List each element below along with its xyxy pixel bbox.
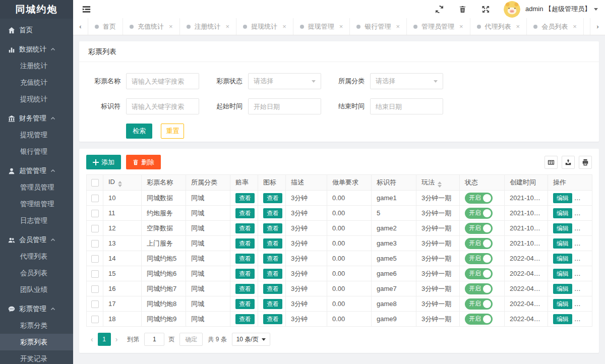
status-toggle[interactable]: 开启 [465, 238, 493, 249]
标识符-input[interactable] [126, 98, 199, 114]
row-delete-button[interactable]: 删除 [577, 208, 592, 218]
status-toggle[interactable]: 开启 [465, 253, 493, 264]
起始时间-input[interactable] [248, 98, 321, 114]
edit-button[interactable]: 编辑 [553, 269, 572, 279]
view-odds-button[interactable]: 查看 [235, 223, 255, 233]
结束时间-input[interactable] [370, 98, 443, 114]
tab-close-icon[interactable]: × [396, 23, 400, 30]
view-icon-button[interactable]: 查看 [263, 314, 282, 324]
row-delete-button[interactable]: 删除 [577, 269, 592, 279]
user-menu[interactable]: admin 【超级管理员】 [525, 5, 598, 14]
tab-提现管理[interactable]: 提现管理× [293, 18, 350, 35]
edit-button[interactable]: 编辑 [553, 299, 572, 309]
view-icon-button[interactable]: 查看 [263, 238, 282, 249]
sidebar-group-2[interactable]: 财务管理 [0, 110, 73, 127]
sidebar-group-3[interactable]: 超管管理 [0, 162, 73, 179]
sidebar-group-4[interactable]: 会员管理 [0, 231, 73, 248]
sidebar-item-代理列表[interactable]: 代理列表 [0, 248, 73, 265]
view-icon-button[interactable]: 查看 [263, 299, 282, 309]
row-checkbox[interactable] [91, 210, 99, 217]
sort-icon[interactable] [438, 181, 442, 188]
refresh-icon[interactable] [432, 2, 447, 17]
reset-button[interactable]: 重置 [161, 124, 184, 139]
page-size-select[interactable]: 10 条/页 [232, 333, 270, 346]
row-delete-button[interactable]: 删除 [577, 223, 592, 233]
status-toggle[interactable]: 开启 [465, 223, 493, 234]
add-button[interactable]: 添加 [86, 155, 121, 169]
goto-page-input[interactable] [144, 333, 164, 346]
view-odds-button[interactable]: 查看 [235, 314, 255, 324]
view-icon-button[interactable]: 查看 [263, 193, 282, 203]
row-checkbox[interactable] [91, 300, 99, 308]
user-avatar[interactable] [504, 1, 520, 18]
edit-button[interactable]: 编辑 [553, 254, 572, 264]
sidebar-item-会员列表[interactable]: 会员列表 [0, 265, 73, 281]
sidebar-group-1[interactable]: 数据统计 [0, 41, 73, 57]
sidebar-item-彩票分类[interactable]: 彩票分类 [0, 317, 73, 334]
view-odds-button[interactable]: 查看 [235, 269, 255, 279]
tab-close-icon[interactable]: × [339, 23, 343, 30]
sidebar-item-提现统计[interactable]: 提现统计 [0, 91, 73, 107]
tab-close-icon[interactable]: × [459, 23, 463, 30]
delete-button[interactable]: 删除 [126, 155, 161, 169]
row-checkbox[interactable] [91, 285, 99, 293]
fullscreen-icon[interactable] [478, 2, 494, 17]
edit-button[interactable]: 编辑 [553, 238, 572, 249]
tabs-scroll-right-icon[interactable]: › [590, 18, 605, 35]
status-toggle[interactable]: 开启 [465, 193, 493, 204]
sidebar-item-管理组管理[interactable]: 管理组管理 [0, 196, 73, 212]
sidebar-item-团队业绩[interactable]: 团队业绩 [0, 281, 73, 298]
row-delete-button[interactable]: 删除 [577, 299, 592, 309]
view-odds-button[interactable]: 查看 [235, 284, 255, 294]
tab-提现统计[interactable]: 提现统计× [236, 18, 293, 35]
tab-注册统计[interactable]: 注册统计× [180, 18, 237, 35]
print-icon[interactable] [579, 156, 592, 169]
sidebar-item-管理员管理[interactable]: 管理员管理 [0, 179, 73, 196]
row-checkbox[interactable] [91, 316, 99, 323]
row-delete-button[interactable]: 删除 [577, 254, 592, 264]
view-odds-button[interactable]: 查看 [235, 254, 255, 264]
select-all-checkbox[interactable] [91, 179, 99, 187]
sidebar-item-注册统计[interactable]: 注册统计 [0, 57, 73, 74]
tab-close-icon[interactable]: × [226, 23, 230, 30]
view-icon-button[interactable]: 查看 [263, 269, 282, 279]
sidebar-item-提现管理[interactable]: 提现管理 [0, 127, 73, 143]
menu-fold-icon[interactable] [80, 3, 92, 15]
trash-icon[interactable] [455, 2, 470, 17]
columns-filter-icon[interactable] [544, 156, 558, 169]
view-icon-button[interactable]: 查看 [263, 284, 282, 294]
tab-close-icon[interactable]: × [573, 23, 577, 30]
view-odds-button[interactable]: 查看 [235, 299, 255, 309]
row-delete-button[interactable]: 删除 [577, 238, 592, 249]
sidebar-item-0[interactable]: 首页 [0, 22, 73, 38]
row-checkbox[interactable] [91, 225, 99, 232]
tab-银行管理[interactable]: 银行管理× [350, 18, 407, 35]
row-delete-button[interactable]: 删除 [577, 314, 592, 324]
row-checkbox[interactable] [91, 195, 99, 202]
view-odds-button[interactable]: 查看 [235, 238, 255, 249]
row-delete-button[interactable]: 删除 [577, 284, 592, 294]
tab-充值统计[interactable]: 充值统计× [123, 18, 180, 35]
status-toggle[interactable]: 开启 [465, 314, 493, 325]
sidebar-item-日志管理[interactable]: 日志管理 [0, 212, 73, 229]
tab-会员列表[interactable]: 会员列表× [527, 18, 584, 35]
sidebar-item-充值统计[interactable]: 充值统计 [0, 74, 73, 91]
sidebar-group-5[interactable]: 彩票管理 [0, 300, 73, 317]
sidebar-item-开奖记录[interactable]: 开奖记录 [0, 350, 73, 364]
status-toggle[interactable]: 开启 [465, 298, 493, 310]
row-checkbox[interactable] [91, 270, 99, 278]
tab-管理员管理[interactable]: 管理员管理× [407, 18, 470, 35]
sidebar-item-银行管理[interactable]: 银行管理 [0, 143, 73, 160]
tab-close-icon[interactable]: × [169, 23, 173, 30]
view-icon-button[interactable]: 查看 [263, 254, 282, 264]
tab-代理列表[interactable]: 代理列表× [470, 18, 527, 35]
edit-button[interactable]: 编辑 [553, 223, 572, 233]
所属分类-select[interactable]: 请选择 [370, 73, 443, 89]
edit-button[interactable]: 编辑 [553, 208, 572, 218]
tab-彩票分类[interactable]: 彩票分类× [584, 18, 590, 35]
tab-首页[interactable]: 首页 [88, 18, 123, 35]
edit-button[interactable]: 编辑 [553, 314, 572, 324]
row-checkbox[interactable] [91, 240, 99, 248]
sidebar-item-彩票列表[interactable]: 彩票列表 [0, 334, 73, 350]
edit-button[interactable]: 编辑 [553, 284, 572, 294]
